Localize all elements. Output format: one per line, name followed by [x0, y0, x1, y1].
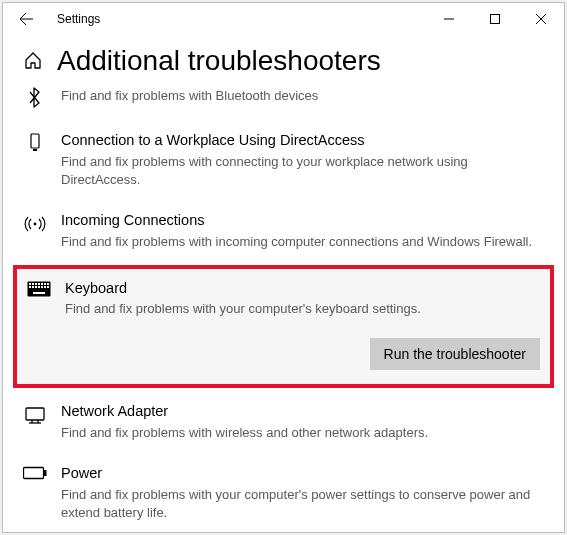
- svg-rect-28: [44, 470, 47, 476]
- minimize-button[interactable]: [426, 3, 472, 35]
- monitor-icon: [23, 131, 47, 189]
- svg-rect-13: [44, 283, 46, 285]
- svg-rect-18: [38, 286, 40, 288]
- svg-rect-17: [35, 286, 37, 288]
- svg-rect-16: [32, 286, 34, 288]
- arrow-left-icon: [18, 11, 34, 27]
- page-title: Additional troubleshooters: [57, 45, 381, 77]
- troubleshooter-item-bluetooth[interactable]: Bluetooth Find and fix problems with Blu…: [23, 85, 544, 123]
- troubleshooter-item-directaccess[interactable]: Connection to a Workplace Using DirectAc…: [23, 123, 544, 203]
- svg-rect-4: [31, 134, 39, 148]
- svg-rect-11: [38, 283, 40, 285]
- keyboard-icon: [27, 279, 51, 319]
- troubleshooter-item-power[interactable]: Power Find and fix problems with your co…: [23, 456, 544, 532]
- item-description: Find and fix problems with Bluetooth dev…: [61, 87, 544, 105]
- item-title: Network Adapter: [61, 402, 544, 422]
- item-description: Find and fix problems with wireless and …: [61, 424, 544, 442]
- titlebar: Settings: [3, 3, 564, 35]
- item-description: Find and fix problems with your computer…: [65, 300, 540, 318]
- maximize-button[interactable]: [472, 3, 518, 35]
- page-header: Additional troubleshooters: [3, 35, 564, 85]
- network-adapter-icon: [23, 402, 47, 442]
- window-title: Settings: [57, 12, 100, 26]
- svg-rect-20: [44, 286, 46, 288]
- close-icon: [536, 14, 546, 24]
- close-button[interactable]: [518, 3, 564, 35]
- item-description: Find and fix problems with incoming comp…: [61, 233, 544, 251]
- svg-rect-19: [41, 286, 43, 288]
- item-description: Find and fix problems with your computer…: [61, 486, 544, 522]
- troubleshooter-item-incoming[interactable]: Incoming Connections Find and fix proble…: [23, 203, 544, 265]
- back-button[interactable]: [3, 3, 49, 35]
- svg-rect-15: [29, 286, 31, 288]
- troubleshooter-item-keyboard-selected: Keyboard Find and fix problems with your…: [13, 265, 554, 389]
- svg-rect-12: [41, 283, 43, 285]
- svg-rect-9: [32, 283, 34, 285]
- svg-rect-8: [29, 283, 31, 285]
- maximize-icon: [490, 14, 500, 24]
- battery-icon: [23, 464, 47, 522]
- minimize-icon: [444, 14, 454, 24]
- troubleshooter-item-keyboard[interactable]: Keyboard Find and fix problems with your…: [27, 279, 540, 319]
- home-icon[interactable]: [23, 51, 43, 71]
- svg-rect-5: [33, 149, 37, 151]
- svg-rect-23: [26, 408, 44, 420]
- svg-rect-27: [24, 468, 44, 479]
- item-title: Keyboard: [65, 279, 540, 299]
- svg-rect-14: [47, 283, 49, 285]
- item-title: Incoming Connections: [61, 211, 544, 231]
- bluetooth-icon: [23, 85, 47, 109]
- antenna-icon: [23, 211, 47, 251]
- svg-rect-22: [33, 292, 45, 294]
- item-description: Find and fix problems with connecting to…: [61, 153, 544, 189]
- svg-point-6: [34, 223, 37, 226]
- svg-rect-1: [491, 15, 500, 24]
- svg-rect-21: [47, 286, 49, 288]
- svg-rect-10: [35, 283, 37, 285]
- item-title: Power: [61, 464, 544, 484]
- item-title: Connection to a Workplace Using DirectAc…: [61, 131, 544, 151]
- run-troubleshooter-button[interactable]: Run the troubleshooter: [370, 338, 540, 370]
- troubleshooter-list-container: Bluetooth Find and fix problems with Blu…: [3, 85, 564, 532]
- troubleshooter-item-network[interactable]: Network Adapter Find and fix problems wi…: [23, 394, 544, 456]
- settings-window: Settings Additional troubleshooters: [2, 2, 565, 533]
